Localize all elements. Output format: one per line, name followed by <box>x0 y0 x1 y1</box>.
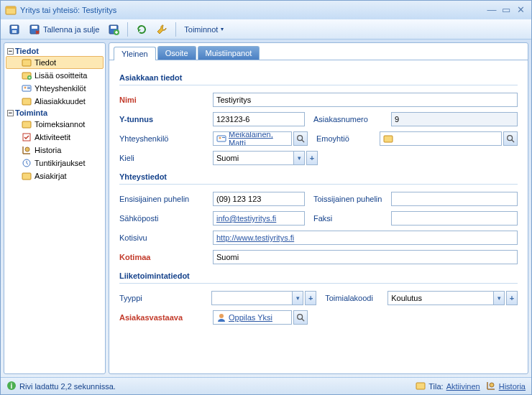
save-new-icon <box>108 24 119 35</box>
folder-icon <box>22 171 32 181</box>
separator <box>175 22 176 37</box>
divider <box>119 283 518 284</box>
input-sahkoposti[interactable] <box>213 211 305 226</box>
nav-group-tiedot[interactable]: − Tiedot <box>6 46 104 56</box>
combo-kieli[interactable] <box>213 151 293 165</box>
lookup-asiakasvastaava[interactable] <box>293 310 308 325</box>
body: − Tiedot Tiedot Lisää osoitteita Yhteysh… <box>1 40 531 377</box>
collapse-icon[interactable]: − <box>7 110 14 116</box>
link-yhteyshenkilo[interactable]: Meikäläinen, Matti <box>229 131 288 146</box>
combo-tyyppi[interactable] <box>211 291 292 305</box>
label-toissijainen-puhelin: Toissijainen puhelin <box>305 195 391 203</box>
svg-point-14 <box>24 87 27 89</box>
dropdown-kieli[interactable]: ▾ <box>293 151 305 165</box>
toolbar: Tallenna ja sulje Toiminnot ▾ <box>1 19 531 40</box>
svg-rect-4 <box>12 30 17 33</box>
input-ensisijainen-puhelin[interactable] <box>213 192 305 206</box>
section-business: Liiketoimintatiedot <box>119 271 518 280</box>
save-close-label: Tallenna ja sulje <box>43 25 99 34</box>
svg-rect-6 <box>32 26 37 29</box>
section-contact: Yhteystiedot <box>119 172 518 181</box>
tabbar: Yleinen Osoite Muistiinpanot <box>109 43 528 60</box>
svg-rect-22 <box>22 173 31 180</box>
dropdown-tyyppi[interactable]: ▾ <box>292 291 303 305</box>
label-ytunnus: Y-tunnus <box>119 115 213 124</box>
divider <box>119 85 518 85</box>
minimize-button[interactable]: — <box>485 4 498 16</box>
svg-rect-1 <box>6 6 16 9</box>
save-icon <box>9 24 20 35</box>
tab-yleinen[interactable]: Yleinen <box>114 47 156 60</box>
nav-item-historia[interactable]: Historia <box>6 144 104 157</box>
history-icon <box>486 381 496 392</box>
status-history[interactable]: Historia <box>486 381 526 392</box>
section-customer: Asiakkaan tiedot <box>119 73 518 82</box>
save-button[interactable] <box>5 22 24 37</box>
field-yhteyshenkilo[interactable]: Meikäläinen, Matti <box>213 131 292 146</box>
input-kotisivu[interactable] <box>213 231 518 245</box>
nav-item-aliasiakkuudet[interactable]: Aliasiakkuudet <box>6 95 104 108</box>
label-asiakasvastaava: Asiakasvastaava <box>119 313 213 322</box>
input-ytunnus[interactable] <box>213 112 305 126</box>
input-toissijainen-puhelin[interactable] <box>391 192 518 206</box>
collapse-icon[interactable]: − <box>7 48 14 55</box>
svg-rect-10 <box>22 60 31 66</box>
label-yhteyshenkilo: Yhteyshenkilö <box>119 134 213 143</box>
status-state-link[interactable]: Aktiivinen <box>446 382 480 391</box>
input-nimi[interactable] <box>213 93 518 107</box>
svg-text:i: i <box>11 382 13 390</box>
titlebar: Yritys tai yhteisö: Testiyritys — ▭ ✕ <box>1 1 531 19</box>
wrench-icon <box>156 24 168 35</box>
svg-rect-16 <box>27 88 30 89</box>
label-asiakasnumero: Asiakasnumero <box>305 115 391 124</box>
save-new-button[interactable] <box>104 22 123 37</box>
nav-item-lisaa-osoitteita[interactable]: Lisää osoitteita <box>6 69 104 82</box>
status-state[interactable]: Tila: Aktiivinen <box>416 381 480 392</box>
nav-item-tiedot[interactable]: Tiedot <box>6 56 104 69</box>
combo-toimialakoodi[interactable] <box>387 291 493 305</box>
add-kieli[interactable]: + <box>306 151 318 165</box>
label-ensisijainen-puhelin: Ensisijainen puhelin <box>119 195 213 203</box>
history-icon <box>22 145 32 155</box>
svg-rect-8 <box>111 26 116 29</box>
svg-point-28 <box>508 136 513 141</box>
status-history-link[interactable]: Historia <box>499 382 526 391</box>
status-load: i Rivi ladattu 2,2 sekunnissa. <box>6 381 116 392</box>
info-icon: i <box>6 381 17 392</box>
field-emoyhtio[interactable] <box>380 131 502 146</box>
link-asiakasvastaava[interactable]: Oppilas Yksi <box>229 313 272 322</box>
input-faksi[interactable] <box>391 211 518 226</box>
folder-icon <box>22 119 32 129</box>
input-kotimaa[interactable] <box>213 250 518 264</box>
save-close-icon <box>29 24 40 35</box>
nav-item-aktiviteetit[interactable]: Aktiviteetit <box>6 131 104 144</box>
label-emoyhtio: Emoyhtiö <box>308 134 380 143</box>
window-title: Yritys tai yhteisö: Testiyritys <box>20 6 116 14</box>
save-close-button[interactable]: Tallenna ja sulje <box>25 22 103 37</box>
svg-rect-27 <box>384 136 393 142</box>
label-kieli: Kieli <box>119 154 213 162</box>
folder-add-icon <box>22 70 32 80</box>
actions-menu[interactable]: Toiminnot ▾ <box>180 22 227 37</box>
nav-item-asiakirjat[interactable]: Asiakirjat <box>6 169 104 182</box>
person-card-icon <box>22 83 32 93</box>
close-button[interactable]: ✕ <box>514 4 527 16</box>
tools-button[interactable] <box>152 22 171 37</box>
nav-item-tuntikirjaukset[interactable]: Tuntikirjaukset <box>6 157 104 169</box>
field-asiakasvastaava[interactable]: Oppilas Yksi <box>213 310 292 325</box>
add-tyyppi[interactable]: + <box>305 291 316 305</box>
refresh-button[interactable] <box>132 22 151 37</box>
maximize-button[interactable]: ▭ <box>500 4 513 16</box>
nav-group-toiminta[interactable]: − Toiminta <box>6 108 104 118</box>
dropdown-toimialakoodi[interactable]: ▾ <box>493 291 505 305</box>
svg-rect-3 <box>12 26 17 29</box>
tab-osoite[interactable]: Osoite <box>157 46 196 60</box>
nav-item-yhteyshenkilot[interactable]: Yhteyshenkilöt <box>6 82 104 95</box>
lookup-emoyhtio[interactable] <box>503 131 518 146</box>
lookup-yhteyshenkilo[interactable] <box>293 131 308 146</box>
person-card-icon <box>216 134 226 144</box>
add-toimialakoodi[interactable]: + <box>506 291 518 305</box>
tab-muistiinpanot[interactable]: Muistiinpanot <box>198 46 260 60</box>
nav-item-toimeksiannot[interactable]: Toimeksiannot <box>6 118 104 131</box>
svg-point-30 <box>298 315 303 320</box>
